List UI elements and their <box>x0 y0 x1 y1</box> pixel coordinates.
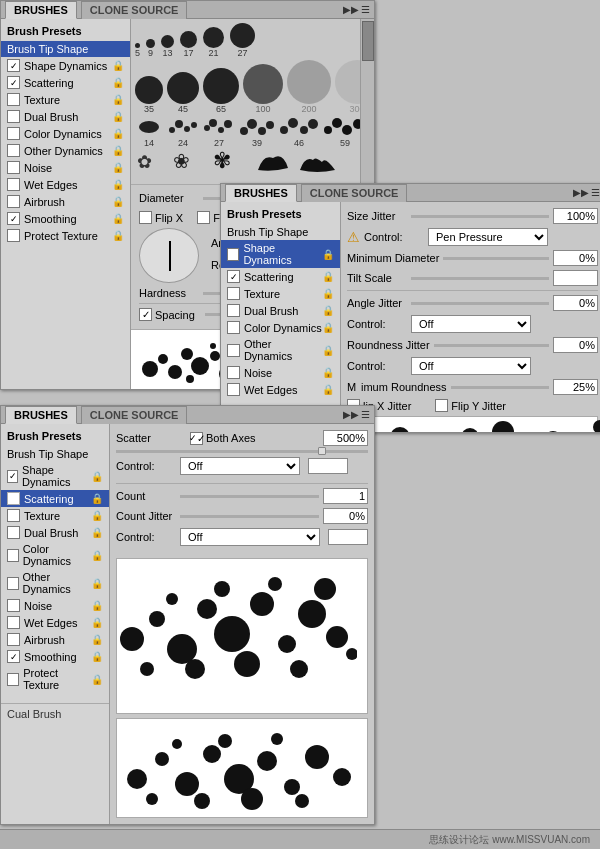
count-slider[interactable] <box>180 495 319 498</box>
brush-item-shape-3[interactable]: ✓ Shape Dynamics 🔒 <box>1 462 109 490</box>
brush-item-scatter-1[interactable]: ✓ Scattering 🔒 <box>1 74 130 91</box>
brush-preset-100[interactable]: 100 <box>243 64 283 114</box>
brush-item-scatter-3[interactable]: ✓ Scattering 🔒 <box>1 490 109 507</box>
scroll-thumb-1[interactable] <box>362 21 374 61</box>
flip-x-checkbox[interactable] <box>139 211 152 224</box>
brush-item-color-2[interactable]: Color Dynamics 🔒 <box>221 319 340 336</box>
scatter-control-select[interactable]: Off Pen Pressure <box>180 457 300 475</box>
cb-color-3[interactable] <box>7 549 19 562</box>
size-jitter-slider[interactable] <box>411 215 549 218</box>
count-control-select[interactable]: Off Pen Pressure <box>180 528 320 546</box>
brush-preset-35[interactable]: 35 <box>135 76 163 114</box>
panel2-menu-icon[interactable]: ▶▶ <box>573 187 589 198</box>
flip-y-jitter-wrap[interactable]: Flip Y Jitter <box>435 399 506 412</box>
brush-item-scatter-2[interactable]: ✓ Scattering 🔒 <box>221 268 340 285</box>
tab-brushes-3[interactable]: BRUSHES <box>5 406 77 424</box>
panel3-menu-icon[interactable]: ▶▶ <box>343 409 359 420</box>
brush-preset-46[interactable]: 46 <box>279 116 319 148</box>
min-diameter-slider[interactable] <box>443 257 549 260</box>
control-select-3[interactable]: Off Pen Pressure <box>411 357 531 375</box>
brush-preset-65[interactable]: 65 <box>203 68 239 114</box>
brush-item-smoothing-3[interactable]: ✓ Smoothing 🔒 <box>1 648 109 665</box>
checkbox-smoothing-1[interactable]: ✓ <box>7 212 20 225</box>
tab-clone-source-3[interactable]: CLONE SOURCE <box>81 406 188 424</box>
brush-special-5[interactable] <box>297 150 341 174</box>
brush-item-dual-1[interactable]: Dual Brush 🔒 <box>1 108 130 125</box>
brush-preset-200[interactable]: 200 <box>287 60 331 114</box>
angle-jitter-slider[interactable] <box>411 302 549 305</box>
both-axes-wrap[interactable]: ✓ Both Axes <box>190 432 256 445</box>
brush-preset-27[interactable]: 27 <box>230 23 255 58</box>
panel3-options-icon[interactable]: ☰ <box>361 409 370 420</box>
min-roundness-slider[interactable] <box>451 386 549 389</box>
checkbox-3[interactable]: ✓ <box>227 270 240 283</box>
cb-texture-3[interactable] <box>7 509 20 522</box>
panel1-menu-icon[interactable]: ▶▶ <box>343 4 359 15</box>
control-select-2[interactable]: Off Pen Pressure <box>411 315 531 333</box>
flip-y-jitter-checkbox[interactable] <box>435 399 448 412</box>
brush-item-texture-2[interactable]: Texture 🔒 <box>221 285 340 302</box>
brush-item-protect-3[interactable]: Protect Texture 🔒 <box>1 665 109 693</box>
cb-shape-3[interactable]: ✓ <box>7 470 18 483</box>
spacing-wrap[interactable]: Spacing <box>139 308 195 321</box>
brush-item-other-3[interactable]: Other Dynamics 🔒 <box>1 569 109 597</box>
brush-item-texture-3[interactable]: Texture 🔒 <box>1 507 109 524</box>
brush-item-wet-3[interactable]: Wet Edges 🔒 <box>1 614 109 631</box>
tab-brushes-1[interactable]: BRUSHES <box>5 1 77 19</box>
brush-item-noise-1[interactable]: Noise 🔒 <box>1 159 130 176</box>
brush-item-color-1[interactable]: Color Dynamics 🔒 <box>1 125 130 142</box>
brush-preset-27b[interactable]: 27 <box>203 116 235 148</box>
panel1-options-icon[interactable]: ☰ <box>361 4 370 15</box>
brush-preset-13[interactable]: 13 <box>161 35 174 58</box>
brush-preset-5[interactable]: 5 <box>135 43 140 58</box>
brush-preset-24[interactable]: 24 <box>167 116 199 148</box>
checkbox-color-1[interactable] <box>7 127 20 140</box>
brush-item-shape-dyn-2[interactable]: ✓ Shape Dynamics 🔒 <box>221 240 340 268</box>
cb-dual-3[interactable] <box>7 526 20 539</box>
checkbox-5[interactable] <box>227 304 240 317</box>
brush-item-protect-1[interactable]: Protect Texture 🔒 <box>1 227 130 244</box>
brush-item-texture-1[interactable]: Texture 🔒 <box>1 91 130 108</box>
brush-item-other-1[interactable]: Other Dynamics 🔒 <box>1 142 130 159</box>
checkbox-airbrush-1[interactable] <box>7 195 20 208</box>
brush-item-smoothing-1[interactable]: ✓ Smoothing 🔒 <box>1 210 130 227</box>
cb-wet-3[interactable] <box>7 616 20 629</box>
brush-item-color-3[interactable]: Color Dynamics 🔒 <box>1 541 109 569</box>
both-axes-checkbox[interactable]: ✓ <box>190 432 203 445</box>
angle-preview[interactable] <box>139 228 199 283</box>
brush-item-dual-2[interactable]: Dual Brush 🔒 <box>221 302 340 319</box>
brush-preset-21[interactable]: 21 <box>203 27 224 58</box>
brush-item-tip-shape-1[interactable]: Brush Tip Shape <box>1 41 130 57</box>
checkbox-9[interactable] <box>227 383 240 396</box>
cb-airbrush-3[interactable] <box>7 633 20 646</box>
count-jitter-slider[interactable] <box>180 515 319 518</box>
checkbox-2[interactable]: ✓ <box>227 248 239 261</box>
control-select-1[interactable]: Pen Pressure Off Fade Pen Tilt <box>428 228 548 246</box>
panel2-options-icon[interactable]: ☰ <box>591 187 600 198</box>
brush-item-shape-dyn-1[interactable]: ✓ Shape Dynamics 🔒 <box>1 57 130 74</box>
brush-special-2[interactable]: ❀ <box>171 150 207 174</box>
brush-preset-9[interactable]: 9 <box>146 39 155 58</box>
spacing-checkbox[interactable] <box>139 308 152 321</box>
brush-preset-59[interactable]: 59 <box>323 116 360 148</box>
checkbox-4[interactable] <box>227 287 240 300</box>
cb-smoothing-3[interactable]: ✓ <box>7 650 20 663</box>
brush-preset-17[interactable]: 17 <box>180 31 197 58</box>
tab-brushes-2[interactable]: BRUSHES <box>225 184 297 202</box>
checkbox-wet-1[interactable] <box>7 178 20 191</box>
brush-item-dual-3[interactable]: Dual Brush 🔒 <box>1 524 109 541</box>
checkbox-shape-dyn-1[interactable]: ✓ <box>7 59 20 72</box>
brush-special-1[interactable]: ✿ <box>135 150 167 174</box>
brush-item-tip-shape-2[interactable]: Brush Tip Shape <box>221 224 340 240</box>
roundness-jitter-slider[interactable] <box>434 344 549 347</box>
checkbox-noise-1[interactable] <box>7 161 20 174</box>
brush-item-other-2[interactable]: Other Dynamics 🔒 <box>221 336 340 364</box>
brush-preset-14[interactable]: 14 <box>135 116 163 148</box>
brush-special-3[interactable]: ✾ <box>211 150 249 174</box>
brush-preset-45[interactable]: 45 <box>167 72 199 114</box>
brush-item-airbrush-1[interactable]: Airbrush 🔒 <box>1 193 130 210</box>
scrollbar-1[interactable] <box>360 19 374 184</box>
checkbox-7[interactable] <box>227 344 240 357</box>
brush-item-tip-3[interactable]: Brush Tip Shape <box>1 446 109 462</box>
brush-preset-39[interactable]: 39 <box>239 116 275 148</box>
